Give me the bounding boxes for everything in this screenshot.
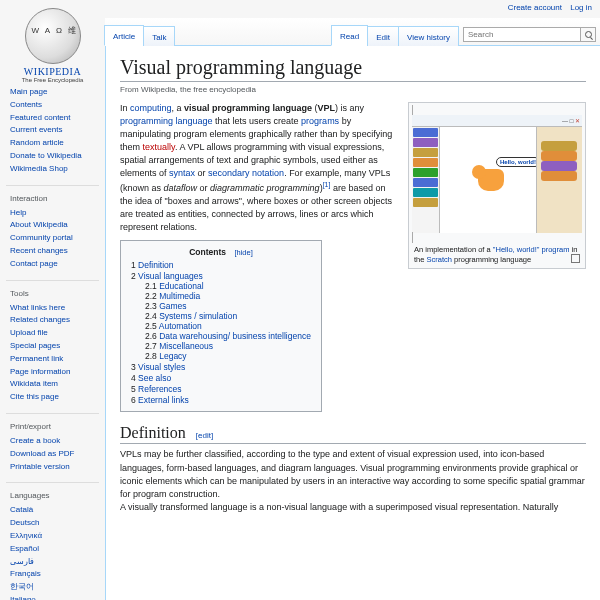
scratch-cat-icon — [478, 169, 504, 191]
sidebar-item-shop[interactable]: Wikimedia Shop — [10, 164, 68, 173]
toc-misc[interactable]: Miscellaneous — [159, 341, 213, 351]
nav-tools: Tools What links here Related changes Up… — [0, 281, 105, 409]
toc-visual-languages[interactable]: Visual languages — [138, 271, 203, 281]
sidebar: WIKIPEDIA The Free Encyclopedia Main pag… — [0, 0, 105, 600]
wikipedia-logo[interactable]: WIKIPEDIA The Free Encyclopedia — [0, 8, 105, 83]
page-title: Visual programming language — [120, 56, 586, 82]
scratch-stage: Hello, world! — [440, 127, 536, 233]
sidebar-item-contents[interactable]: Contents — [10, 100, 42, 109]
globe-icon — [25, 8, 81, 64]
nav-interaction: Interaction Help About Wikipedia Communi… — [0, 186, 105, 276]
sidebar-item-cite[interactable]: Cite this page — [10, 392, 59, 401]
enlarge-icon[interactable] — [571, 254, 580, 263]
sidebar-item-permalink[interactable]: Permanent link — [10, 354, 63, 363]
edit-section-link[interactable]: [edit] — [196, 431, 213, 440]
lang-ca[interactable]: Català — [10, 505, 33, 514]
speech-bubble: Hello, world! — [496, 157, 540, 167]
sidebar-item-special[interactable]: Special pages — [10, 341, 60, 350]
toc-multimedia[interactable]: Multimedia — [159, 291, 200, 301]
search-icon — [585, 31, 592, 38]
nav-print-heading: Print/export — [10, 422, 99, 431]
search-form — [463, 27, 596, 42]
sidebar-item-downloadpdf[interactable]: Download as PDF — [10, 449, 74, 458]
toc-legacy[interactable]: Legacy — [159, 351, 186, 361]
table-of-contents: Contents [hide] 1 Definition 2 Visual la… — [120, 240, 322, 412]
body-paragraph-1: VPLs may be further classified, accordin… — [120, 448, 586, 500]
nav-print: Print/export Create a book Download as P… — [0, 414, 105, 478]
content: Visual programming language From Wikiped… — [105, 46, 600, 600]
toc-visual-styles[interactable]: Visual styles — [138, 362, 185, 372]
tab-history[interactable]: View history — [398, 26, 459, 46]
toc-automation[interactable]: Automation — [159, 321, 202, 331]
toc-dw-bi[interactable]: Data warehousing/ business intelligence — [159, 331, 311, 341]
thumbnail-caption: An implementation of a "Hello, world!" p… — [412, 242, 582, 265]
sidebar-item-main-page[interactable]: Main page — [10, 87, 47, 96]
sidebar-item-featured[interactable]: Featured content — [10, 113, 70, 122]
programs-link[interactable]: programs — [301, 116, 339, 126]
hello-world-link[interactable]: "Hello, world!" program — [493, 245, 570, 254]
toc-references[interactable]: References — [138, 384, 181, 394]
sidebar-item-createbook[interactable]: Create a book — [10, 436, 60, 445]
textually-link[interactable]: textually — [143, 142, 175, 152]
toc-systems[interactable]: Systems / simulation — [159, 311, 237, 321]
lang-es[interactable]: Español — [10, 544, 39, 553]
scratch-link[interactable]: Scratch — [427, 255, 452, 264]
sidebar-item-related[interactable]: Related changes — [10, 315, 70, 324]
scratch-scripts — [536, 127, 582, 233]
wordmark: WIKIPEDIA — [0, 66, 105, 77]
sidebar-item-wikidata[interactable]: Wikidata item — [10, 379, 58, 388]
nav-main: Main page Contents Featured content Curr… — [0, 83, 105, 181]
sidebar-item-current[interactable]: Current events — [10, 125, 62, 134]
sidebar-item-help[interactable]: Help — [10, 208, 26, 217]
lang-de[interactable]: Deutsch — [10, 518, 39, 527]
sidebar-item-about[interactable]: About Wikipedia — [10, 220, 68, 229]
sidebar-item-recent[interactable]: Recent changes — [10, 246, 68, 255]
search-button[interactable] — [581, 27, 596, 42]
nav-languages-heading: Languages — [10, 491, 99, 500]
sidebar-item-upload[interactable]: Upload file — [10, 328, 48, 337]
search-input[interactable] — [463, 27, 581, 42]
body-paragraph-2: A visually transformed language is a non… — [120, 501, 586, 514]
nav-tools-heading: Tools — [10, 289, 99, 298]
tab-article[interactable]: Article — [104, 25, 144, 46]
computing-link[interactable]: computing — [130, 103, 172, 113]
lang-it[interactable]: Italiano — [10, 595, 36, 600]
toc-educational[interactable]: Educational — [159, 281, 203, 291]
toc-definition[interactable]: Definition — [138, 260, 173, 270]
lang-fa[interactable]: فارسی — [10, 557, 34, 566]
thumbnail-image[interactable]: — □ ✕ Hello, world! — [412, 105, 582, 243]
tab-row: Article Talk Read Edit View history — [105, 18, 600, 46]
toc-hide-link[interactable]: [hide] — [234, 248, 252, 257]
section-definition-heading: Definition [edit] — [120, 424, 586, 444]
sidebar-item-random[interactable]: Random article — [10, 138, 64, 147]
tab-edit[interactable]: Edit — [367, 26, 399, 46]
toc-external-links[interactable]: External links — [138, 395, 189, 405]
sidebar-item-contact[interactable]: Contact page — [10, 259, 58, 268]
nav-languages: Languages Català Deutsch Ελληνικά Españo… — [0, 483, 105, 600]
scratch-palette — [412, 127, 440, 233]
lead-thumbnail: — □ ✕ Hello, world! — [408, 102, 586, 269]
secondary-notation-link[interactable]: secondary notation — [208, 168, 284, 178]
toc-title: Contents [hide] — [131, 247, 311, 257]
sidebar-item-community[interactable]: Community portal — [10, 233, 73, 242]
syntax-link[interactable]: syntax — [169, 168, 195, 178]
programming-language-link[interactable]: programming language — [120, 116, 213, 126]
nav-interaction-heading: Interaction — [10, 194, 99, 203]
tab-talk[interactable]: Talk — [143, 26, 175, 46]
tab-read[interactable]: Read — [331, 25, 368, 46]
sidebar-item-pageinfo[interactable]: Page information — [10, 367, 70, 376]
lang-el[interactable]: Ελληνικά — [10, 531, 42, 540]
site-sub: From Wikipedia, the free encyclopedia — [120, 85, 586, 94]
toc-see-also[interactable]: See also — [138, 373, 171, 383]
sidebar-item-whatlinks[interactable]: What links here — [10, 303, 65, 312]
sidebar-item-donate[interactable]: Donate to Wikipedia — [10, 151, 82, 160]
lang-fr[interactable]: Français — [10, 569, 41, 578]
toc-games[interactable]: Games — [159, 301, 186, 311]
lang-ko[interactable]: 한국어 — [10, 582, 34, 591]
sidebar-item-printable[interactable]: Printable version — [10, 462, 70, 471]
